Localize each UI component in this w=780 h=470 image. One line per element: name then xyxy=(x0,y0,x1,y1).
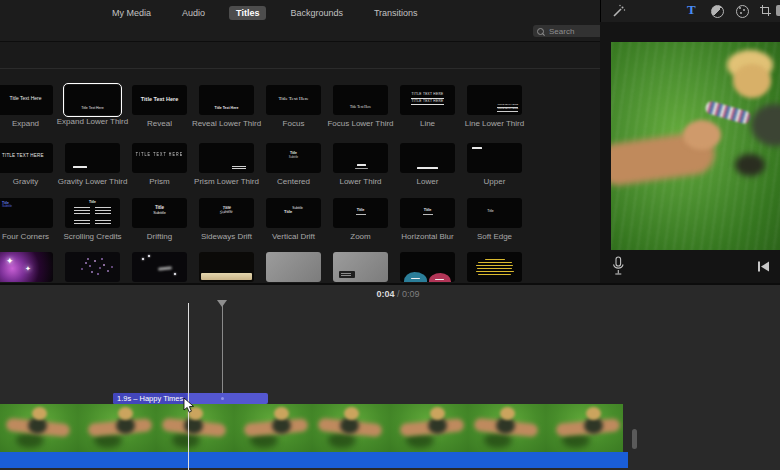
title-template-animated-1[interactable]: ✦ ✦ xyxy=(0,252,59,282)
thumb-preview-text: Title Text Here xyxy=(266,96,321,102)
thumb-preview-bar xyxy=(357,164,366,166)
title-template-animated-4[interactable] xyxy=(193,252,260,282)
title-template-label: Sideways Drift xyxy=(201,232,252,241)
title-template-reveal-lower-third[interactable]: Title Text Here Reveal Lower Third xyxy=(193,85,260,128)
thumb-preview-text: Title Text Here xyxy=(199,107,254,111)
dust-dot xyxy=(148,255,150,257)
video-clip-filmstrip[interactable] xyxy=(0,404,623,452)
title-template-animated-6[interactable] xyxy=(327,252,394,282)
title-template-sideways-drift[interactable]: TitleSubtitle Sideways Drift xyxy=(193,198,260,241)
title-template-horizontal-blur[interactable]: Title Horizontal Blur xyxy=(394,198,461,241)
skip-to-start-icon[interactable] xyxy=(757,261,770,272)
clip-marker-dot xyxy=(221,397,224,400)
thumb-preview-text: TITLE TEXT HERE TITLE TEXT HERE xyxy=(400,93,455,106)
title-template-reveal[interactable]: Title Text Here Reveal xyxy=(126,85,193,128)
title-template-label: Expand Lower Third xyxy=(57,117,128,126)
title-template-line-lower-third[interactable]: TITLE TEXT HERE TITLE TEXT HERE Line Low… xyxy=(461,85,528,128)
title-template-centered[interactable]: TitleSubtitle Centered xyxy=(260,143,327,186)
title-template-gravity-lower-third[interactable]: Gravity Lower Third xyxy=(59,143,126,186)
filmstrip-frame[interactable] xyxy=(78,404,156,452)
selected-ring: Title Text Here xyxy=(63,83,122,117)
title-template-prism[interactable]: TITLE TEXT HERE Prism xyxy=(126,143,193,186)
filmstrip-frame[interactable] xyxy=(390,404,468,452)
filmstrip-frame[interactable] xyxy=(0,404,78,452)
title-template-animated-7[interactable] xyxy=(394,252,461,282)
time-display: 0:04 / 0:09 xyxy=(338,289,458,299)
thumb-preview-text: TitleSubtitle xyxy=(2,201,12,209)
title-template-label: Centered xyxy=(277,177,310,186)
title-template-zoom[interactable]: Title Zoom xyxy=(327,198,394,241)
title-template-label: Reveal Lower Third xyxy=(192,119,261,128)
title-template-drifting[interactable]: TitleSubtitle Drifting xyxy=(126,198,193,241)
titles-text-tool[interactable]: T xyxy=(687,2,696,18)
tab-backgrounds[interactable]: Backgrounds xyxy=(283,6,350,20)
filmstrip-frame[interactable] xyxy=(234,404,312,452)
torn-paper-red xyxy=(429,273,451,282)
torn-text-dash xyxy=(411,278,420,279)
title-template-label: Zoom xyxy=(350,232,370,241)
credits-column xyxy=(95,207,111,224)
title-template-focus[interactable]: Title Text Here Focus xyxy=(260,85,327,128)
title-template-expand-lower-third[interactable]: Title Text Here Expand Lower Third xyxy=(59,85,126,128)
search-input[interactable] xyxy=(547,26,597,37)
playhead[interactable] xyxy=(188,303,189,470)
title-template-label: Gravity xyxy=(13,177,38,186)
background-music-clip[interactable] xyxy=(0,452,628,468)
imovie-window: { "tabs": { "items": [ {"label": "My Med… xyxy=(0,0,780,470)
title-template-line[interactable]: TITLE TEXT HERE TITLE TEXT HERE Line xyxy=(394,85,461,128)
filmstrip-frame[interactable] xyxy=(156,404,234,452)
title-template-animated-3[interactable] xyxy=(126,252,193,282)
crop-icon[interactable] xyxy=(760,5,770,15)
tab-audio[interactable]: Audio xyxy=(175,6,212,20)
thumb-preview-bar xyxy=(472,147,482,149)
title-template-soft-edge[interactable]: Title Soft Edge xyxy=(461,198,528,241)
title-template-upper[interactable]: Upper xyxy=(461,143,528,186)
voiceover-microphone-icon[interactable] xyxy=(611,256,625,277)
tab-transitions[interactable]: Transitions xyxy=(367,6,425,20)
title-template-prism-lower-third[interactable]: Prism Lower Third xyxy=(193,143,260,186)
thumb-preview-text: TITLE TEXT HERE xyxy=(132,154,187,159)
mouse-cursor xyxy=(183,397,195,414)
tab-my-media[interactable]: My Media xyxy=(105,6,158,20)
title-template-animated-2[interactable] xyxy=(59,252,126,282)
title-template-vertical-drift[interactable]: TitleSubtitle Vertical Drift xyxy=(260,198,327,241)
video-preview[interactable] xyxy=(611,42,780,250)
title-template-label: Gravity Lower Third xyxy=(58,177,128,186)
title-template-animated-5[interactable] xyxy=(260,252,327,282)
color-correction-icon[interactable] xyxy=(736,5,748,17)
tab-titles[interactable]: Titles xyxy=(229,6,266,20)
sparkle-star-icon: ✦ xyxy=(25,265,31,273)
time-separator: / xyxy=(394,289,402,299)
title-template-label: Four Corners xyxy=(2,232,49,241)
titles-row-4: ✦ ✦ xyxy=(0,252,528,282)
clipped-toolbar-icon[interactable] xyxy=(776,5,780,16)
title-template-label: Focus xyxy=(283,119,305,128)
thumb-preview-text: TitleSubtitle xyxy=(132,206,187,215)
title-template-lower[interactable]: Lower xyxy=(394,143,461,186)
search-field[interactable] xyxy=(533,25,605,37)
title-template-expand[interactable]: Title Text Here Expand xyxy=(0,85,59,128)
filmstrip-frame[interactable] xyxy=(546,404,623,452)
dust-dot xyxy=(174,273,176,275)
title-template-lower-third[interactable]: Lower Third xyxy=(327,143,394,186)
panel-divider xyxy=(0,68,600,69)
title-template-focus-lower-third[interactable]: Title Text Here Focus Lower Third xyxy=(327,85,394,128)
title-template-label: Scrolling Credits xyxy=(63,232,121,241)
range-marker-handle[interactable] xyxy=(217,300,227,307)
browser-toolbar: My Media Audio Titles Backgrounds Transi… xyxy=(0,0,600,42)
thumb-preview-text: Title xyxy=(333,208,388,214)
enhance-wand-icon[interactable] xyxy=(611,4,626,19)
title-template-four-corners[interactable]: TitleSubtitle Four Corners xyxy=(0,198,59,241)
color-balance-icon[interactable] xyxy=(711,5,724,18)
title-template-gravity[interactable]: TITLE TEXT HERE Gravity xyxy=(0,143,59,186)
title-template-label: Prism Lower Third xyxy=(194,177,259,186)
filmstrip-frame[interactable] xyxy=(312,404,390,452)
time-total: 0:09 xyxy=(402,289,420,299)
title-template-label: Reveal xyxy=(147,119,172,128)
titles-row-1: Title Text Here Expand Title Text Here E… xyxy=(0,85,528,128)
title-template-scrolling-credits[interactable]: Title Scrolling Credits xyxy=(59,198,126,241)
title-template-animated-8[interactable] xyxy=(461,252,528,282)
filmstrip-frame[interactable] xyxy=(468,404,546,452)
clip-end-handle[interactable] xyxy=(632,429,637,449)
torn-paper-teal xyxy=(404,272,427,282)
